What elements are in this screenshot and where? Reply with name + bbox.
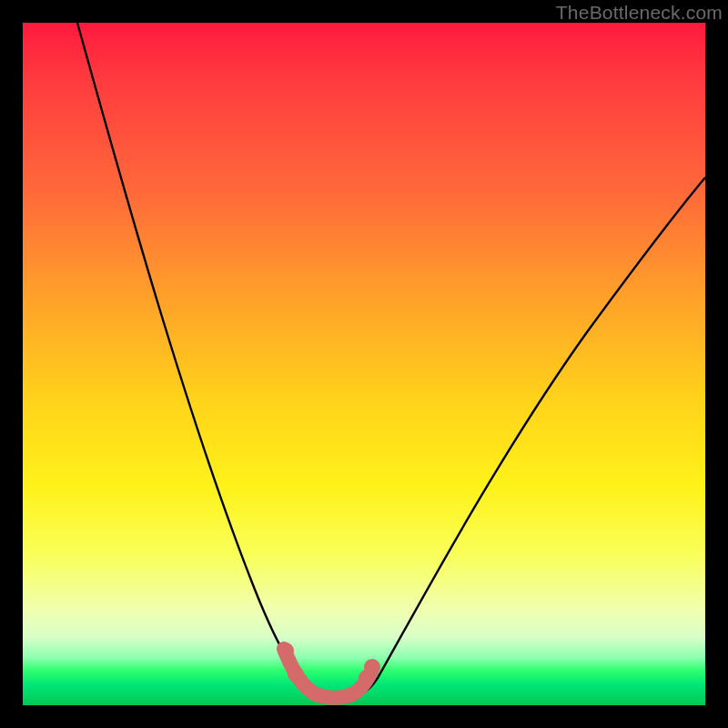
bottleneck-curve xyxy=(77,23,705,696)
plot-area xyxy=(23,23,705,705)
valley-dot xyxy=(278,642,294,659)
valley-dot xyxy=(288,666,304,682)
curve-svg xyxy=(23,23,705,705)
valley-dot xyxy=(364,659,380,675)
watermark-text: TheBottleneck.com xyxy=(556,2,723,24)
chart-frame: TheBottleneck.com xyxy=(0,0,728,728)
